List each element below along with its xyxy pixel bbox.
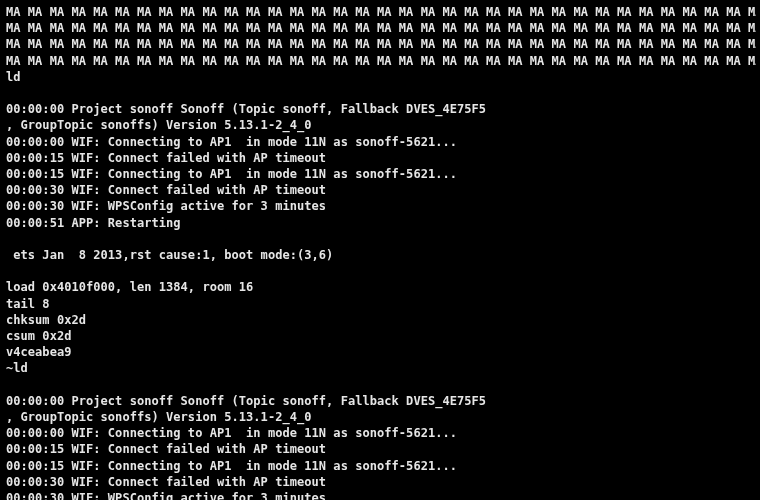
- terminal-line: 00:00:51 APP: Restarting: [6, 215, 756, 231]
- terminal-line: , GroupTopic sonoffs) Version 5.13.1-2_4…: [6, 409, 756, 425]
- terminal-line: 00:00:30 WIF: WPSConfig active for 3 min…: [6, 198, 756, 214]
- terminal-line: ~ld: [6, 360, 756, 376]
- terminal-line: ld: [6, 69, 756, 85]
- terminal-line: 00:00:00 Project sonoff Sonoff (Topic so…: [6, 393, 756, 409]
- terminal-line: v4ceabea9: [6, 344, 756, 360]
- terminal-line: 00:00:00 Project sonoff Sonoff (Topic so…: [6, 101, 756, 117]
- terminal-line: chksum 0x2d: [6, 312, 756, 328]
- terminal-line: 00:00:15 WIF: Connect failed with AP tim…: [6, 441, 756, 457]
- terminal-output: MA MA MA MA MA MA MA MA MA MA MA MA MA M…: [6, 4, 756, 500]
- terminal-line: 00:00:30 WIF: Connect failed with AP tim…: [6, 474, 756, 490]
- terminal-line: [6, 263, 756, 279]
- terminal-line: 00:00:15 WIF: Connect failed with AP tim…: [6, 150, 756, 166]
- terminal-line: 00:00:30 WIF: WPSConfig active for 3 min…: [6, 490, 756, 500]
- terminal-line: 00:00:00 WIF: Connecting to AP1 in mode …: [6, 425, 756, 441]
- terminal-line: 00:00:15 WIF: Connecting to AP1 in mode …: [6, 458, 756, 474]
- terminal-line: tail 8: [6, 296, 756, 312]
- terminal-line: [6, 377, 756, 393]
- terminal-line: csum 0x2d: [6, 328, 756, 344]
- terminal-line: load 0x4010f000, len 1384, room 16: [6, 279, 756, 295]
- terminal-line: ets Jan 8 2013,rst cause:1, boot mode:(3…: [6, 247, 756, 263]
- terminal-line: 00:00:15 WIF: Connecting to AP1 in mode …: [6, 166, 756, 182]
- terminal-line: MA MA MA MA MA MA MA MA MA MA MA MA MA M…: [6, 36, 756, 52]
- terminal-line: MA MA MA MA MA MA MA MA MA MA MA MA MA M…: [6, 20, 756, 36]
- terminal-line: 00:00:30 WIF: Connect failed with AP tim…: [6, 182, 756, 198]
- terminal-line: MA MA MA MA MA MA MA MA MA MA MA MA MA M…: [6, 4, 756, 20]
- terminal-line: [6, 231, 756, 247]
- terminal-line: , GroupTopic sonoffs) Version 5.13.1-2_4…: [6, 117, 756, 133]
- terminal-line: [6, 85, 756, 101]
- terminal-line: 00:00:00 WIF: Connecting to AP1 in mode …: [6, 134, 756, 150]
- terminal-line: MA MA MA MA MA MA MA MA MA MA MA MA MA M…: [6, 53, 756, 69]
